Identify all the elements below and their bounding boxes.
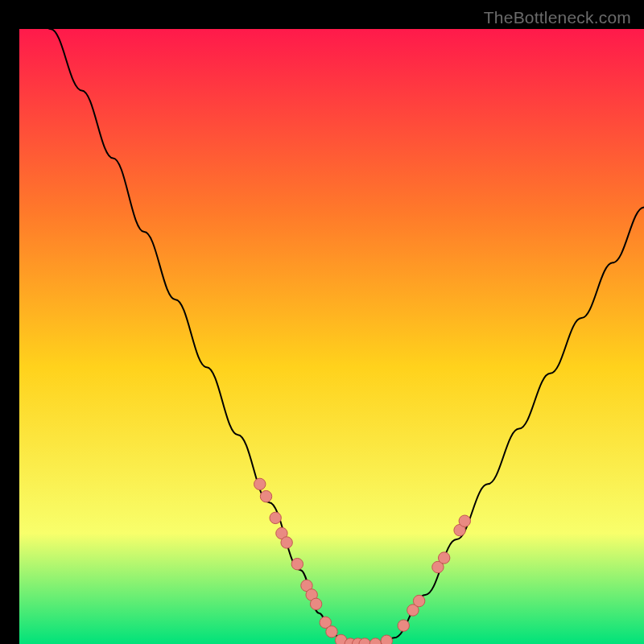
curve-marker bbox=[310, 598, 321, 609]
chart-frame: TheBottleneck.com bbox=[10, 10, 634, 634]
curve-marker bbox=[381, 635, 392, 644]
curve-marker bbox=[270, 512, 281, 523]
plot-area bbox=[19, 29, 644, 644]
curve-marker bbox=[291, 558, 303, 569]
curve-marker bbox=[413, 595, 424, 606]
bottleneck-chart bbox=[19, 29, 644, 644]
watermark-text: TheBottleneck.com bbox=[484, 8, 631, 27]
curve-marker bbox=[326, 626, 337, 638]
curve-marker bbox=[260, 490, 271, 502]
gradient-background bbox=[19, 29, 644, 644]
curve-marker bbox=[254, 478, 266, 489]
curve-marker bbox=[438, 552, 449, 564]
curve-marker bbox=[459, 515, 470, 526]
curve-marker bbox=[398, 620, 409, 631]
curve-marker bbox=[281, 537, 292, 548]
